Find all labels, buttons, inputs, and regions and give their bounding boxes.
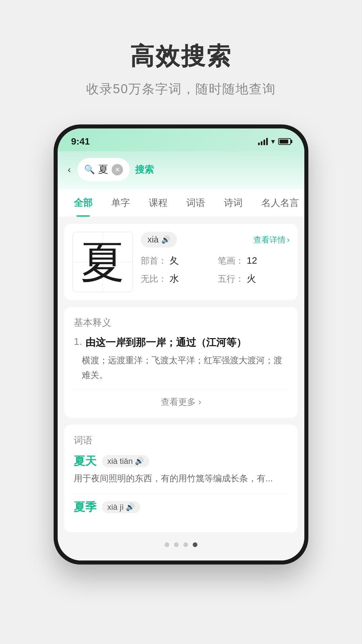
vocab-item-1: 夏天 xià tiān 🔊 用于夜间照明的东西，有的用竹篾等编成长条，有... — [74, 453, 288, 486]
tab-quotes[interactable]: 名人名言 — [252, 189, 304, 217]
wuxing-value: 火 — [247, 272, 256, 285]
signal-icon — [258, 138, 268, 145]
bihua-value: 12 — [247, 255, 257, 266]
bushou-row: 部首： 夂 — [141, 254, 213, 267]
bushou-label: 部首： — [141, 255, 167, 267]
character-attributes: 部首： 夂 笔画： 12 无比： 水 五行： 火 — [141, 254, 290, 285]
pinyin-text: xià — [147, 234, 159, 245]
pagination-dots — [64, 539, 298, 554]
chevron-right-icon: › — [198, 397, 201, 407]
clear-button[interactable]: ✕ — [112, 164, 123, 175]
wubi-row: 无比： 水 — [141, 272, 213, 285]
phone-screen: 9:41 ▾ ‹ 🔍 夏 ✕ 搜索 — [58, 128, 304, 560]
tab-all[interactable]: 全部 — [64, 189, 102, 217]
vocab-pinyin-text-1: xià tiān — [107, 457, 133, 466]
vocab-item-2: 夏季 xià jì 🔊 — [74, 499, 288, 515]
see-more-text: 查看更多 — [161, 396, 196, 408]
dot-1 — [165, 542, 169, 547]
tab-poetry[interactable]: 诗词 — [215, 189, 252, 217]
definition-main: 1. 由这一岸到那一岸；通过（江河等） — [74, 336, 288, 350]
definition-text: 由这一岸到那一岸；通过（江河等） — [85, 336, 246, 350]
battery-icon — [278, 138, 291, 145]
vocab-header-2: 夏季 xià jì 🔊 — [74, 499, 288, 515]
detail-link-text: 查看详情 — [253, 234, 286, 245]
definitions-title: 基本释义 — [74, 316, 288, 329]
search-icon: 🔍 — [84, 164, 95, 175]
content-area: 夏 xià 🔊 查看详情 › — [58, 217, 304, 560]
search-query[interactable]: 夏 — [98, 163, 108, 176]
search-bar[interactable]: 🔍 夏 ✕ — [77, 158, 130, 181]
vocab-desc-1: 用于夜间照明的东西，有的用竹篾等编成长条，有... — [74, 472, 288, 486]
search-area: ‹ 🔍 夏 ✕ 搜索 — [58, 151, 304, 189]
definition-item: 1. 由这一岸到那一岸；通过（江河等） 横渡；远渡重洋；飞渡太平洋；红军强渡大渡… — [74, 336, 288, 382]
page-subtitle: 收录50万条字词，随时随地查询 — [86, 80, 276, 98]
bihua-label: 笔画： — [218, 255, 244, 267]
status-icons: ▾ — [258, 137, 291, 146]
character-display: 夏 — [72, 232, 133, 292]
dot-3 — [183, 542, 188, 547]
character-card: 夏 xià 🔊 查看详情 › — [64, 224, 298, 300]
dot-4 — [193, 542, 197, 547]
definition-example: 横渡；远渡重洋；飞渡太平洋；红军强渡大渡河；渡难关。 — [74, 353, 288, 382]
definition-number: 1. — [74, 336, 82, 350]
vocab-word-1[interactable]: 夏天 — [74, 453, 97, 469]
see-more-button[interactable]: 查看更多 › — [74, 389, 288, 415]
search-button[interactable]: 搜索 — [135, 163, 154, 176]
sound-icon[interactable]: 🔊 — [161, 235, 170, 244]
wubi-label: 无比： — [141, 273, 167, 285]
sound-icon-2[interactable]: 🔊 — [126, 503, 135, 512]
vocab-pinyin-text-2: xià jì — [107, 502, 124, 512]
detail-link[interactable]: 查看详情 › — [253, 234, 290, 245]
vocab-divider — [74, 494, 288, 494]
bihua-row: 笔画： 12 — [218, 254, 290, 267]
chevron-right-icon: › — [287, 235, 290, 245]
character-glyph: 夏 — [81, 240, 124, 284]
wuxing-label: 五行： — [218, 273, 244, 285]
pinyin-row: xià 🔊 查看详情 › — [141, 232, 290, 248]
tab-course[interactable]: 课程 — [139, 189, 177, 217]
dot-2 — [174, 542, 179, 547]
vocab-header-1: 夏天 xià tiān 🔊 — [74, 453, 288, 469]
character-info: xià 🔊 查看详情 › 部首： 夂 — [141, 232, 290, 285]
pinyin-badge: xià 🔊 — [141, 232, 177, 248]
tabs-container: 全部 单字 课程 词语 诗词 名人名言 — [58, 189, 304, 217]
page-title: 高效搜索 — [130, 40, 232, 72]
status-bar: 9:41 ▾ — [58, 128, 304, 151]
vocabulary-section: 词语 夏天 xià tiān 🔊 用于夜间照明的东西，有的用竹篾等编成长条，有.… — [64, 425, 298, 532]
tab-single-char[interactable]: 单字 — [102, 189, 139, 217]
vocab-word-2[interactable]: 夏季 — [74, 499, 97, 515]
bushou-value: 夂 — [170, 254, 179, 267]
wifi-icon: ▾ — [271, 137, 275, 146]
tab-words[interactable]: 词语 — [177, 189, 215, 217]
vocabulary-title: 词语 — [74, 434, 288, 447]
sound-icon-1[interactable]: 🔊 — [135, 457, 144, 466]
definitions-card: 基本释义 1. 由这一岸到那一岸；通过（江河等） 横渡；远渡重洋；飞渡太平洋；红… — [64, 307, 298, 418]
vocab-pinyin-2: xià jì 🔊 — [102, 501, 140, 513]
back-button[interactable]: ‹ — [68, 164, 71, 175]
wuxing-row: 五行： 火 — [218, 272, 290, 285]
wubi-value: 水 — [170, 272, 179, 285]
vocab-pinyin-1: xià tiān 🔊 — [102, 455, 149, 467]
phone-frame: 9:41 ▾ ‹ 🔍 夏 ✕ 搜索 — [54, 124, 308, 565]
status-time: 9:41 — [71, 136, 90, 147]
